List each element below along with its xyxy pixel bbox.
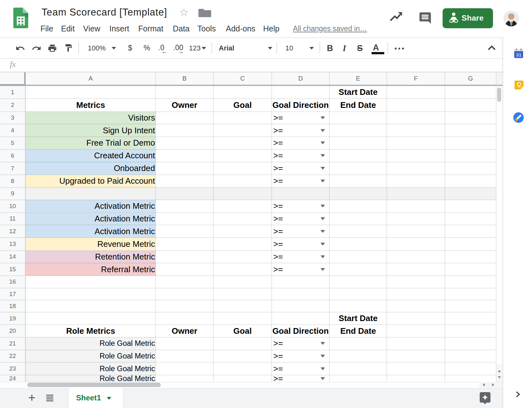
- svg-text:31: 31: [516, 52, 522, 57]
